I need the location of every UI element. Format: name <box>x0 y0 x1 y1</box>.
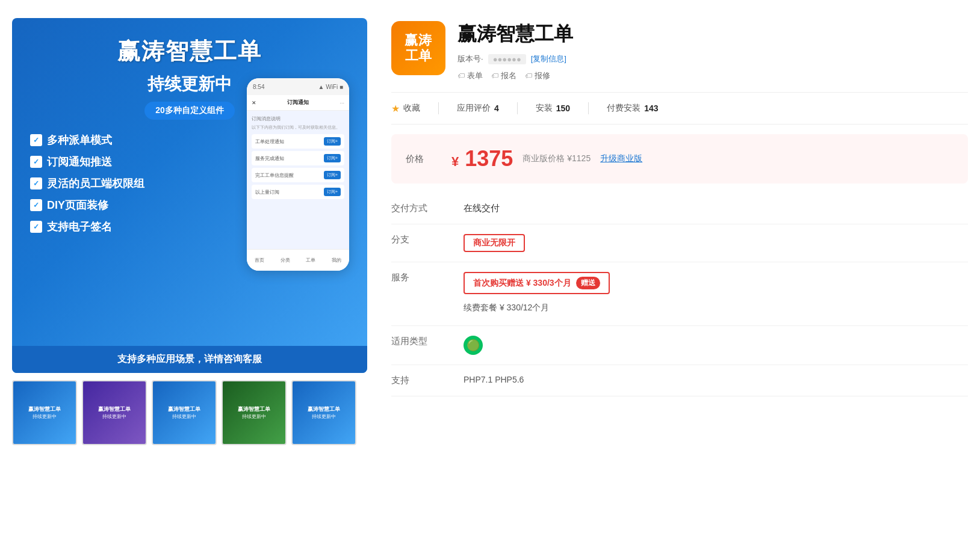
left-panel: 赢涛智慧工单 持续更新中 20多种自定义组件 ✓ 多种派单模式 ✓ 订阅通知推送… <box>12 18 367 445</box>
tag-form-icon: 🏷 <box>457 72 465 80</box>
rating-value: 4 <box>494 103 499 113</box>
phone-item-btn-1[interactable]: 订阅+ <box>324 137 341 146</box>
feature-item-5: ✓ 支持电子签名 <box>30 220 144 234</box>
feature-text-4: DIY页面装修 <box>47 198 108 212</box>
paid-install-label: 付费安装 <box>607 103 640 114</box>
product-title: 赢涛智慧工单 <box>457 21 573 48</box>
product-title-area: 赢涛智慧工单 版本号· ●●●●●● [复制信息] 🏷 表单 🏷 报名 <box>457 21 573 81</box>
product-header: 赢涛 工单 赢涛智慧工单 版本号· ●●●●●● [复制信息] 🏷 表单 🏷 <box>391 21 968 81</box>
version-number: ●●●●●● <box>488 54 526 64</box>
phone-bottom-nav: 首页 分类 工单 我的 <box>247 249 349 271</box>
tag-signup: 🏷 报名 <box>491 70 516 81</box>
feature-list: ✓ 多种派单模式 ✓ 订阅通知推送 ✓ 灵活的员工端权限组 ✓ DIY页面装修 … <box>30 133 144 241</box>
phone-item-4: 以上量订阅 订阅+ <box>252 185 344 199</box>
tag-repair-icon: 🏷 <box>525 72 532 80</box>
branch-badge: 商业无限开 <box>464 234 525 252</box>
phone-item-btn-2[interactable]: 订阅+ <box>324 154 341 162</box>
phone-mockup: 8:54 ▲ WiFi ■ ✕ 订阅通知 ··· 订阅消息说明 以下下内容为我们… <box>247 78 349 271</box>
thumbnail-4[interactable]: 赢涛智慧工单 持续更新中 <box>222 380 287 445</box>
paid-install-value: 143 <box>644 103 658 113</box>
phone-item-label-2: 服务完成通知 <box>255 155 284 162</box>
branch-label: 分支 <box>391 234 439 245</box>
phone-item-2: 服务完成通知 订阅+ <box>252 151 344 165</box>
phone-nav-home[interactable]: 首页 <box>255 257 264 263</box>
delivery-label: 交付方式 <box>391 203 439 214</box>
phone-item-label-3: 完工工单信息提醒 <box>255 172 294 179</box>
feature-item-3: ✓ 灵活的员工端权限组 <box>30 176 144 191</box>
price-section: 价格 ¥ 1375 商业版价格 ¥1125 升级商业版 <box>391 134 968 183</box>
phone-more-icon: ··· <box>340 100 344 106</box>
feature-item-4: ✓ DIY页面装修 <box>30 198 144 212</box>
type-row: 适用类型 🟢 <box>391 326 968 365</box>
product-logo: 赢涛 工单 <box>391 21 445 75</box>
check-icon-5: ✓ <box>30 221 42 233</box>
phone-status-bar: 8:54 ▲ WiFi ■ <box>247 78 349 95</box>
check-icon-4: ✓ <box>30 199 42 211</box>
rating-label: 应用评价 <box>457 103 491 114</box>
tag-signup-icon: 🏷 <box>491 72 498 80</box>
phone-item-1: 工单处理通知 订阅+ <box>252 134 344 149</box>
version-row: 版本号· ●●●●●● [复制信息] <box>457 54 573 64</box>
image-title: 赢涛智慧工单 <box>117 36 262 67</box>
price-value: 1375 <box>465 146 513 171</box>
price-label: 价格 <box>406 153 442 165</box>
phone-item-btn-3[interactable]: 订阅+ <box>324 171 341 179</box>
phone-content-desc: 订阅消息说明 <box>252 115 344 122</box>
phone-content: 订阅消息说明 以下下内容为我们订阅，可及时获取相关信息。 工单处理通知 订阅+ … <box>247 111 349 249</box>
renewal-text: 续费套餐 ¥ 330/12个月 <box>464 300 610 316</box>
tag-signup-label: 报名 <box>501 70 516 81</box>
price-upgrade-button[interactable]: 升级商业版 <box>600 153 642 164</box>
install-value: 150 <box>556 103 570 113</box>
price-main: ¥ 1375 <box>451 146 513 171</box>
feature-item-2: ✓ 订阅通知推送 <box>30 155 144 169</box>
tag-repair: 🏷 报修 <box>525 70 550 81</box>
favorite-button[interactable]: ★ 收藏 <box>391 103 420 114</box>
favorite-label: 收藏 <box>403 103 420 114</box>
service-label: 服务 <box>391 272 439 283</box>
tag-repair-label: 报修 <box>535 70 550 81</box>
price-currency: ¥ <box>451 154 459 169</box>
check-icon-2: ✓ <box>30 156 42 168</box>
delivery-value: 在线交付 <box>464 203 500 214</box>
price-secondary-prefix: 商业版价格 ¥ <box>523 153 572 163</box>
thumbnail-2[interactable]: 赢涛智慧工单 持续更新中 <box>82 380 147 445</box>
stat-divider-2 <box>517 102 518 114</box>
stat-divider-1 <box>438 102 439 114</box>
stat-rating: 应用评价 4 <box>457 103 499 114</box>
phone-content-subdesc: 以下下内容为我们订阅，可及时获取相关信息。 <box>252 125 344 131</box>
feature-item-1: ✓ 多种派单模式 <box>30 133 144 147</box>
stat-divider-3 <box>588 102 589 114</box>
feature-text-1: 多种派单模式 <box>47 133 112 147</box>
phone-nav-ticket[interactable]: 工单 <box>306 257 315 263</box>
phone-nav-profile[interactable]: 我的 <box>332 257 341 263</box>
gift-tag: 赠送 <box>576 277 600 289</box>
phone-signal: ▲ WiFi ■ <box>318 84 343 90</box>
stats-row: ★ 收藏 应用评价 4 安装 150 付费安装 143 <box>391 92 968 125</box>
support-row: 支持 PHP7.1 PHP5.6 <box>391 365 968 396</box>
check-icon-1: ✓ <box>30 134 42 146</box>
thumbnail-5[interactable]: 赢涛智慧工单 持续更新中 <box>291 380 356 445</box>
right-panel: 赢涛 工单 赢涛智慧工单 版本号· ●●●●●● [复制信息] 🏷 表单 🏷 <box>391 18 968 445</box>
tag-row: 🏷 表单 🏷 报名 🏷 报修 <box>457 70 573 81</box>
service-details: 首次购买赠送 ¥ 330/3个月 赠送 续费套餐 ¥ 330/12个月 <box>464 272 610 316</box>
thumbnail-1[interactable]: 赢涛智慧工单 持续更新中 <box>12 380 77 445</box>
phone-nav-category[interactable]: 分类 <box>281 257 290 263</box>
stat-paid-install: 付费安装 143 <box>607 103 658 114</box>
phone-item-btn-4[interactable]: 订阅+ <box>324 188 341 196</box>
first-purchase-text: 首次购买赠送 ¥ 330/3个月 <box>473 278 571 289</box>
support-label: 支持 <box>391 375 439 386</box>
branch-row: 分支 商业无限开 <box>391 224 968 262</box>
tag-form-label: 表单 <box>467 70 483 81</box>
service-first-purchase: 首次购买赠送 ¥ 330/3个月 赠送 <box>464 272 610 294</box>
phone-item-label-4: 以上量订阅 <box>255 189 279 196</box>
thumbnail-3[interactable]: 赢涛智慧工单 持续更新中 <box>152 380 217 445</box>
star-icon: ★ <box>391 103 400 114</box>
page-container: 赢涛智慧工单 持续更新中 20多种自定义组件 ✓ 多种派单模式 ✓ 订阅通知推送… <box>0 0 980 463</box>
feature-badge: 20多种自定义组件 <box>144 102 235 120</box>
wechat-icon: 🟢 <box>464 336 483 355</box>
copy-info-button[interactable]: [复制信息] <box>531 54 566 64</box>
tag-form: 🏷 表单 <box>457 70 483 81</box>
type-label: 适用类型 <box>391 336 439 347</box>
logo-bottom-text: 工单 <box>405 47 432 65</box>
feature-text-2: 订阅通知推送 <box>47 155 112 169</box>
